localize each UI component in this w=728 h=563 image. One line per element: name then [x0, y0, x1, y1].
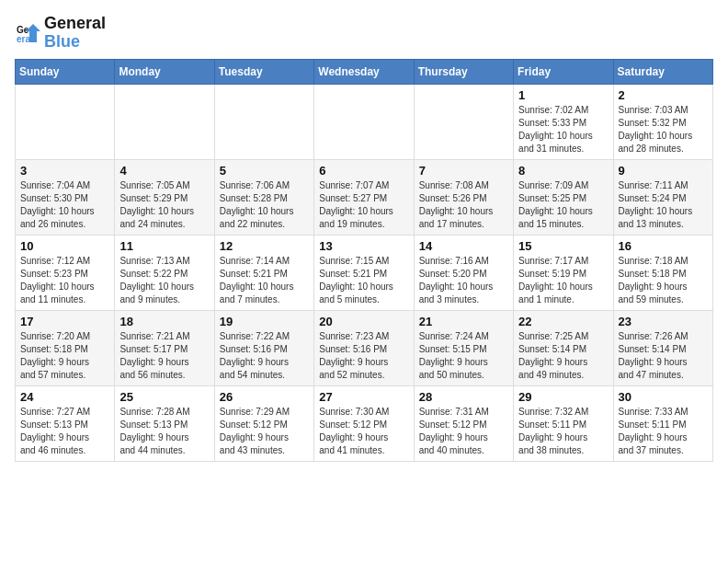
day-number: 22 [518, 315, 608, 328]
day-number: 10 [20, 239, 109, 253]
day-number: 18 [119, 315, 209, 328]
day-info: Sunrise: 7:05 AM Sunset: 5:29 PM Dayligh… [119, 179, 209, 231]
calendar-cell: 3Sunrise: 7:04 AM Sunset: 5:30 PM Daylig… [16, 159, 115, 235]
day-number: 13 [319, 239, 408, 253]
calendar-cell: 25Sunrise: 7:28 AM Sunset: 5:13 PM Dayli… [115, 385, 214, 461]
calendar-cell: 11Sunrise: 7:13 AM Sunset: 5:22 PM Dayli… [115, 235, 214, 310]
logo-text: GeneralBlue [44, 15, 106, 52]
calendar-cell: 30Sunrise: 7:33 AM Sunset: 5:11 PM Dayli… [613, 385, 712, 461]
calendar-cell: 9Sunrise: 7:11 AM Sunset: 5:24 PM Daylig… [613, 159, 712, 235]
calendar-cell: 8Sunrise: 7:09 AM Sunset: 5:25 PM Daylig… [514, 159, 613, 235]
day-info: Sunrise: 7:12 AM Sunset: 5:23 PM Dayligh… [20, 255, 109, 306]
day-number: 16 [619, 239, 708, 253]
day-info: Sunrise: 7:17 AM Sunset: 5:19 PM Dayligh… [518, 255, 608, 306]
day-number: 15 [518, 239, 608, 253]
calendar-cell: 12Sunrise: 7:14 AM Sunset: 5:21 PM Dayli… [214, 235, 313, 310]
day-info: Sunrise: 7:03 AM Sunset: 5:32 PM Dayligh… [619, 104, 708, 155]
day-number: 5 [220, 164, 309, 178]
col-header-sunday: Sunday [16, 59, 115, 84]
calendar-cell: 27Sunrise: 7:30 AM Sunset: 5:12 PM Dayli… [314, 385, 414, 461]
day-number: 30 [619, 390, 708, 404]
day-info: Sunrise: 7:31 AM Sunset: 5:12 PM Dayligh… [419, 406, 508, 457]
calendar-week-3: 10Sunrise: 7:12 AM Sunset: 5:23 PM Dayli… [16, 235, 713, 310]
day-number: 3 [20, 164, 109, 178]
day-info: Sunrise: 7:11 AM Sunset: 5:24 PM Dayligh… [619, 179, 708, 231]
calendar-cell: 29Sunrise: 7:32 AM Sunset: 5:11 PM Dayli… [514, 385, 613, 461]
calendar-week-1: 1Sunrise: 7:02 AM Sunset: 5:33 PM Daylig… [16, 84, 713, 159]
calendar-cell: 2Sunrise: 7:03 AM Sunset: 5:32 PM Daylig… [613, 84, 712, 159]
day-number: 12 [220, 239, 309, 253]
col-header-thursday: Thursday [414, 59, 513, 84]
day-number: 26 [220, 390, 309, 404]
day-info: Sunrise: 7:02 AM Sunset: 5:33 PM Dayligh… [518, 104, 608, 155]
day-number: 23 [619, 315, 708, 328]
col-header-monday: Monday [115, 59, 214, 84]
day-info: Sunrise: 7:20 AM Sunset: 5:18 PM Dayligh… [20, 330, 109, 382]
logo-icon: Gen eral [15, 20, 40, 46]
day-number: 21 [419, 315, 508, 328]
calendar-cell: 24Sunrise: 7:27 AM Sunset: 5:13 PM Dayli… [16, 385, 115, 461]
col-header-wednesday: Wednesday [314, 59, 414, 84]
day-info: Sunrise: 7:14 AM Sunset: 5:21 PM Dayligh… [220, 255, 309, 306]
day-info: Sunrise: 7:25 AM Sunset: 5:14 PM Dayligh… [518, 330, 608, 382]
calendar-cell: 20Sunrise: 7:23 AM Sunset: 5:16 PM Dayli… [314, 310, 414, 385]
calendar-header-row: SundayMondayTuesdayWednesdayThursdayFrid… [16, 59, 713, 84]
calendar-cell: 7Sunrise: 7:08 AM Sunset: 5:26 PM Daylig… [414, 159, 513, 235]
calendar-cell: 1Sunrise: 7:02 AM Sunset: 5:33 PM Daylig… [514, 84, 613, 159]
day-number: 20 [319, 315, 408, 328]
day-number: 11 [119, 239, 209, 253]
day-info: Sunrise: 7:22 AM Sunset: 5:16 PM Dayligh… [220, 330, 309, 382]
calendar-cell: 14Sunrise: 7:16 AM Sunset: 5:20 PM Dayli… [414, 235, 513, 310]
calendar-cell: 4Sunrise: 7:05 AM Sunset: 5:29 PM Daylig… [115, 159, 214, 235]
day-info: Sunrise: 7:33 AM Sunset: 5:11 PM Dayligh… [619, 406, 708, 457]
calendar-table: SundayMondayTuesdayWednesdayThursdayFrid… [15, 59, 713, 462]
calendar-cell [314, 84, 414, 159]
calendar-cell: 26Sunrise: 7:29 AM Sunset: 5:12 PM Dayli… [214, 385, 313, 461]
day-info: Sunrise: 7:29 AM Sunset: 5:12 PM Dayligh… [220, 406, 309, 457]
calendar-cell: 15Sunrise: 7:17 AM Sunset: 5:19 PM Dayli… [514, 235, 613, 310]
day-info: Sunrise: 7:28 AM Sunset: 5:13 PM Dayligh… [119, 406, 209, 457]
col-header-tuesday: Tuesday [214, 59, 313, 84]
calendar-cell: 23Sunrise: 7:26 AM Sunset: 5:14 PM Dayli… [613, 310, 712, 385]
day-info: Sunrise: 7:18 AM Sunset: 5:18 PM Dayligh… [619, 255, 708, 306]
calendar-cell: 18Sunrise: 7:21 AM Sunset: 5:17 PM Dayli… [115, 310, 214, 385]
day-info: Sunrise: 7:21 AM Sunset: 5:17 PM Dayligh… [119, 330, 209, 382]
day-info: Sunrise: 7:06 AM Sunset: 5:28 PM Dayligh… [220, 179, 309, 231]
logo: Gen eral GeneralBlue [15, 15, 106, 52]
day-info: Sunrise: 7:16 AM Sunset: 5:20 PM Dayligh… [419, 255, 508, 306]
calendar-cell: 21Sunrise: 7:24 AM Sunset: 5:15 PM Dayli… [414, 310, 513, 385]
day-info: Sunrise: 7:27 AM Sunset: 5:13 PM Dayligh… [20, 406, 109, 457]
day-number: 24 [20, 390, 109, 404]
calendar-cell [214, 84, 313, 159]
day-number: 9 [619, 164, 708, 178]
calendar-cell [16, 84, 115, 159]
calendar-cell: 17Sunrise: 7:20 AM Sunset: 5:18 PM Dayli… [16, 310, 115, 385]
day-number: 8 [518, 164, 608, 178]
day-number: 28 [419, 390, 508, 404]
day-info: Sunrise: 7:04 AM Sunset: 5:30 PM Dayligh… [20, 179, 109, 231]
col-header-saturday: Saturday [613, 59, 712, 84]
day-number: 2 [619, 88, 708, 102]
calendar-cell [115, 84, 214, 159]
day-info: Sunrise: 7:08 AM Sunset: 5:26 PM Dayligh… [419, 179, 508, 231]
day-number: 29 [518, 390, 608, 404]
col-header-friday: Friday [514, 59, 613, 84]
calendar-cell: 16Sunrise: 7:18 AM Sunset: 5:18 PM Dayli… [613, 235, 712, 310]
day-number: 25 [119, 390, 209, 404]
day-number: 4 [119, 164, 209, 178]
calendar-cell: 19Sunrise: 7:22 AM Sunset: 5:16 PM Dayli… [214, 310, 313, 385]
day-number: 14 [419, 239, 508, 253]
calendar-cell [414, 84, 513, 159]
calendar-cell: 6Sunrise: 7:07 AM Sunset: 5:27 PM Daylig… [314, 159, 414, 235]
day-number: 17 [20, 315, 109, 328]
day-number: 1 [518, 88, 608, 102]
calendar-week-4: 17Sunrise: 7:20 AM Sunset: 5:18 PM Dayli… [16, 310, 713, 385]
calendar-week-2: 3Sunrise: 7:04 AM Sunset: 5:30 PM Daylig… [16, 159, 713, 235]
calendar-cell: 13Sunrise: 7:15 AM Sunset: 5:21 PM Dayli… [314, 235, 414, 310]
calendar-cell: 28Sunrise: 7:31 AM Sunset: 5:12 PM Dayli… [414, 385, 513, 461]
calendar-week-5: 24Sunrise: 7:27 AM Sunset: 5:13 PM Dayli… [16, 385, 713, 461]
day-info: Sunrise: 7:09 AM Sunset: 5:25 PM Dayligh… [518, 179, 608, 231]
day-number: 7 [419, 164, 508, 178]
calendar-cell: 5Sunrise: 7:06 AM Sunset: 5:28 PM Daylig… [214, 159, 313, 235]
day-info: Sunrise: 7:24 AM Sunset: 5:15 PM Dayligh… [419, 330, 508, 382]
